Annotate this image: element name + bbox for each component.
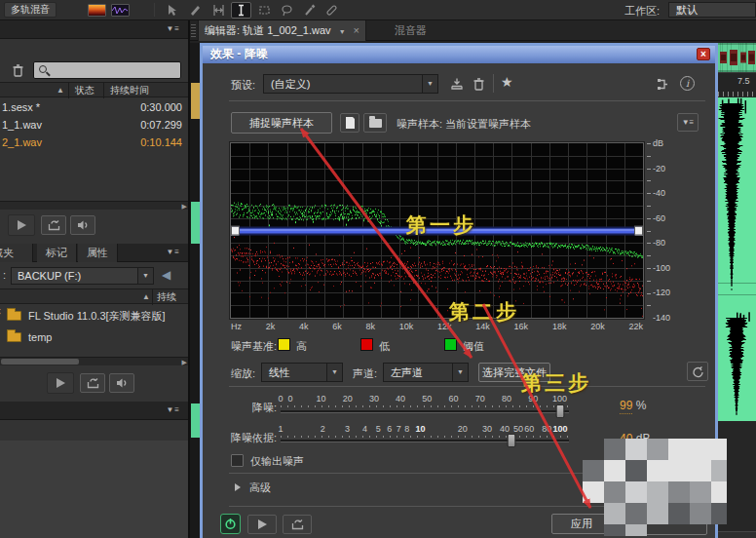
- noise-floor-legend: 噪声基准: 高 低 阈值: [203, 338, 715, 352]
- nr-slider[interactable]: [281, 410, 569, 413]
- files-scrollbar[interactable]: ▶: [0, 201, 188, 210]
- folder-row[interactable]: temp: [0, 327, 188, 347]
- apply-button[interactable]: 应用: [551, 514, 612, 534]
- lasso-tool-icon[interactable]: [277, 2, 297, 19]
- mosaic-cell: [690, 481, 711, 503]
- browser-scrollbar[interactable]: ▶: [0, 357, 188, 365]
- advanced-label[interactable]: 高级: [249, 480, 271, 495]
- razor-tool-icon[interactable]: [185, 2, 206, 19]
- delete-preset-icon[interactable]: [470, 75, 487, 93]
- y-axis-label: -60: [653, 213, 665, 223]
- tab-editor[interactable]: 编辑器: 轨道 1_002_1.wav▼×: [198, 20, 366, 41]
- slider-scale-number: 3: [345, 424, 350, 434]
- y-axis-label: -140: [653, 313, 670, 323]
- files-list-header[interactable]: ▲ 状态 持续时间: [0, 82, 188, 97]
- scale-dropdown[interactable]: 线性▼: [261, 363, 343, 382]
- legend-swatch-high: [278, 338, 290, 351]
- tab-favorites[interactable]: 收藏夹: [0, 244, 33, 262]
- icon-divider: [493, 74, 494, 93]
- y-axis-label: -80: [653, 238, 665, 248]
- healing-brush-tool-icon[interactable]: [321, 2, 342, 19]
- legend-swatch-low: [360, 338, 373, 351]
- preset-dropdown[interactable]: (自定义) ▼: [263, 74, 438, 94]
- ibeam-tool-icon[interactable]: [231, 2, 251, 19]
- play-button[interactable]: [8, 214, 35, 236]
- mosaic-cell: [647, 460, 668, 481]
- loop-playback-button[interactable]: [41, 215, 66, 235]
- workspace-dropdown[interactable]: 默认: [668, 2, 756, 18]
- slider-scale-number: 4: [362, 424, 367, 434]
- selection-panel-header[interactable]: 选区: [718, 531, 756, 538]
- speaker-button[interactable]: [70, 215, 95, 235]
- time-selection-tool-icon[interactable]: [208, 2, 229, 19]
- back-arrow-icon[interactable]: ◀: [162, 268, 170, 282]
- multitrack-button[interactable]: 多轨混音: [4, 2, 57, 18]
- slider-scale-number: 40: [500, 424, 510, 434]
- panel-menu-icon[interactable]: ▼≡: [166, 405, 180, 414]
- slider-scale-number: 30: [369, 394, 379, 404]
- files-toolbar: [0, 59, 188, 82]
- sample-menu-icon[interactable]: ▼≡: [677, 113, 699, 132]
- file-row-selected[interactable]: 2_1.wav 0:10.144: [0, 134, 188, 151]
- load-sample-icon[interactable]: [363, 113, 387, 133]
- file-row[interactable]: 1_1.wav 0:07.299: [0, 117, 188, 134]
- move-tool-icon[interactable]: [162, 2, 182, 19]
- mosaic-cell: [625, 503, 647, 524]
- delete-file-icon[interactable]: [12, 63, 24, 77]
- speaker-button[interactable]: [109, 373, 134, 393]
- expand-advanced-icon[interactable]: [235, 483, 241, 491]
- close-tab-icon[interactable]: ×: [354, 24, 359, 36]
- waveform-view-icon[interactable]: [111, 4, 130, 17]
- browser-list-header[interactable]: 名称 ▲ 持续: [0, 288, 188, 304]
- scrollbar-thumb[interactable]: [1, 359, 79, 365]
- reset-icon[interactable]: [687, 362, 708, 381]
- effect-power-toggle[interactable]: [220, 514, 241, 534]
- save-preset-icon[interactable]: [448, 75, 466, 93]
- nrby-slider-handle[interactable]: [507, 434, 515, 447]
- favorite-star-icon[interactable]: ★: [501, 74, 513, 90]
- scroll-right-icon[interactable]: ▶: [182, 359, 187, 366]
- y-axis-label: -20: [653, 164, 665, 173]
- tab-markers[interactable]: 标记: [37, 244, 77, 262]
- nr-value: 99 %: [620, 399, 646, 412]
- preview-play-button[interactable]: [247, 515, 277, 534]
- y-axis-label: -120: [653, 288, 670, 297]
- play-button[interactable]: [47, 372, 74, 394]
- marquee-tool-icon[interactable]: [254, 2, 275, 19]
- x-axis-label: Hz: [231, 322, 242, 331]
- sort-arrow-icon: ▲: [142, 289, 150, 304]
- dialog-close-icon[interactable]: ×: [697, 48, 710, 60]
- nrby-slider[interactable]: [281, 440, 569, 442]
- scroll-right-icon[interactable]: ▶: [182, 203, 187, 211]
- channel-dropdown[interactable]: 左声道▼: [383, 363, 469, 382]
- main-waveform[interactable]: [718, 97, 756, 421]
- tab-mixer[interactable]: 混音器: [385, 20, 436, 41]
- legend-label: 噪声基准:: [231, 339, 277, 354]
- panel-menu-icon[interactable]: ▼≡: [166, 248, 180, 256]
- drive-label: :: [3, 269, 6, 281]
- preview-loop-button[interactable]: [283, 515, 312, 534]
- spectral-view-icon[interactable]: [88, 4, 106, 17]
- brush-tool-icon[interactable]: [299, 2, 320, 19]
- save-sample-icon[interactable]: [340, 113, 359, 133]
- tab-properties[interactable]: 属性: [78, 244, 118, 262]
- legend-threshold-label: 阈值: [463, 339, 484, 354]
- info-icon[interactable]: i: [680, 76, 695, 91]
- routing-icon[interactable]: [655, 76, 670, 92]
- mosaic-cell: [690, 503, 711, 524]
- slider-scale-number: 40: [396, 394, 405, 404]
- drive-dropdown[interactable]: BACKUP (F:) ▼: [11, 267, 154, 285]
- folder-row[interactable]: FL Studio 11.0.3[亲测兼容版]: [0, 306, 188, 326]
- overview-waveform[interactable]: [718, 43, 756, 72]
- noise-sample-status: 噪声样本: 当前设置噪声样本: [397, 117, 531, 132]
- loop-playback-button[interactable]: [80, 373, 105, 393]
- panel-grip[interactable]: [191, 24, 196, 38]
- file-row[interactable]: 1.sesx * 0:30.000: [0, 99, 188, 116]
- output-noise-only-checkbox[interactable]: [231, 454, 244, 467]
- search-input[interactable]: [33, 61, 181, 79]
- dialog-titlebar[interactable]: 效果 - 降噪: [203, 46, 715, 63]
- timeline-ruler[interactable]: 7.5: [718, 72, 756, 96]
- capture-noise-sample-button[interactable]: 捕捉噪声样本: [231, 112, 332, 134]
- panel-menu-icon[interactable]: ▼≡: [166, 24, 180, 33]
- nr-slider-handle[interactable]: [556, 404, 565, 418]
